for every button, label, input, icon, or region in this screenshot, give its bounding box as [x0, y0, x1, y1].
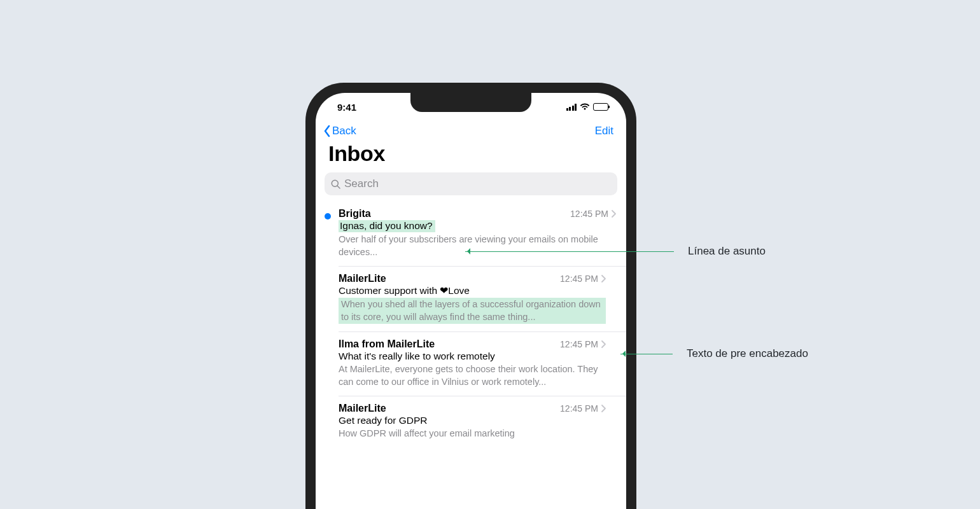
nav-bar: Back Edit	[316, 121, 626, 140]
chevron-right-icon	[611, 210, 616, 218]
message-subject: What it's really like to work remotely	[339, 351, 495, 362]
status-time: 9:41	[337, 102, 356, 113]
annotation-label: Texto de pre encabezado	[687, 347, 808, 360]
message-sender: MailerLite	[339, 273, 386, 284]
annotation-arrow	[465, 251, 674, 252]
message-sender: MailerLite	[339, 403, 386, 414]
chevron-right-icon	[601, 405, 606, 412]
search-placeholder: Search	[344, 178, 379, 190]
back-button[interactable]: Back	[323, 125, 356, 137]
message-time: 12:45 PM	[560, 339, 598, 349]
phone-notch	[410, 93, 531, 112]
annotation-subject-line: Línea de asunto	[465, 245, 766, 258]
phone-frame: 9:41 Back Edit Inbox Search Brigita12:45…	[305, 83, 636, 509]
message-preview: At MailerLite, everyone gets to choose t…	[339, 363, 606, 388]
annotation-preheader-text: Texto de pre encabezado	[620, 347, 808, 360]
message-time: 12:45 PM	[560, 274, 598, 284]
message-list: Brigita12:45 PMIgnas, did you know?Over …	[316, 202, 626, 448]
unread-dot-icon	[325, 213, 331, 220]
message-time: 12:45 PM	[560, 403, 598, 414]
chevron-right-icon	[601, 340, 606, 348]
wifi-icon	[580, 103, 590, 111]
status-indicators	[566, 103, 609, 111]
message-sender: Ilma from MailerLite	[339, 338, 435, 350]
message-sender: Brigita	[339, 208, 371, 220]
message-preview: When you shed all the layers of a succes…	[339, 298, 606, 324]
chevron-left-icon	[323, 125, 331, 137]
search-icon	[331, 179, 340, 189]
chevron-right-icon	[601, 275, 606, 282]
edit-button[interactable]: Edit	[595, 125, 613, 137]
message-subject: Get ready for GDPR	[339, 415, 428, 426]
back-label: Back	[332, 125, 356, 137]
page-title: Inbox	[328, 141, 613, 166]
message-subject: Ignas, did you know?	[339, 220, 435, 232]
title-area: Inbox	[316, 140, 626, 172]
battery-icon	[593, 103, 608, 111]
svg-line-1	[337, 186, 340, 188]
signal-icon	[566, 104, 577, 111]
message-item[interactable]: Ilma from MailerLite12:45 PMWhat it's re…	[339, 331, 626, 396]
message-preview: How GDPR will affect your email marketin…	[339, 428, 606, 440]
message-time: 12:45 PM	[570, 209, 608, 219]
annotation-arrow	[620, 354, 673, 354]
message-item[interactable]: MailerLite12:45 PMCustomer support with …	[339, 266, 626, 331]
search-input[interactable]: Search	[325, 172, 617, 195]
phone-screen: 9:41 Back Edit Inbox Search Brigita12:45…	[316, 93, 626, 509]
message-item[interactable]: MailerLite12:45 PMGet ready for GDPRHow …	[339, 396, 626, 448]
message-subject: Customer support with ❤Love	[339, 285, 470, 296]
annotation-label: Línea de asunto	[688, 245, 766, 258]
